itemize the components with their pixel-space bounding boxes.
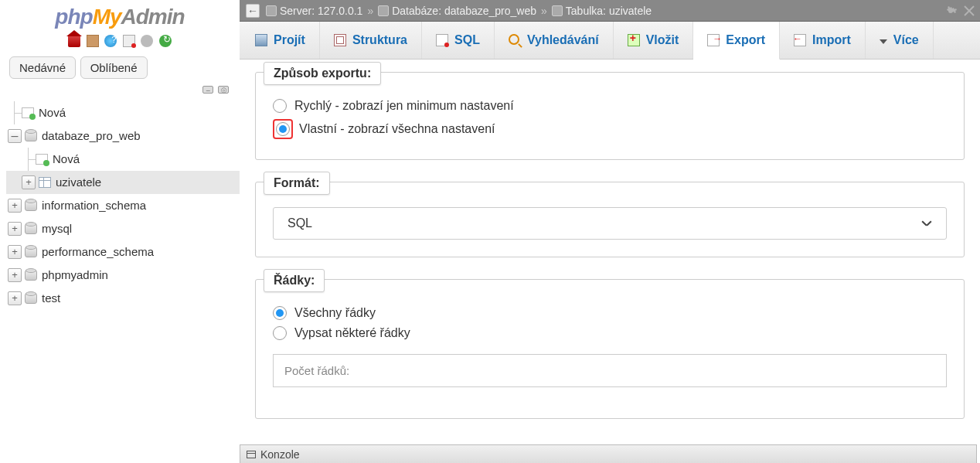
label: test: [42, 291, 60, 305]
label: databaze_pro_web: [42, 129, 141, 142]
bc-server[interactable]: Server: 127.0.0.1: [280, 5, 362, 17]
tree-db-mysql[interactable]: + mysql: [6, 217, 240, 240]
radio-custom[interactable]: [276, 122, 290, 136]
reload-icon[interactable]: [159, 35, 172, 47]
main: ← Server: 127.0.0.1 » Databáze: databaze…: [240, 0, 980, 463]
structure-icon: [334, 34, 346, 46]
tab-browse[interactable]: Projít: [241, 22, 320, 59]
row-count-label: Počet řádků:: [284, 364, 349, 377]
label: information_schema: [42, 199, 146, 212]
console-bar[interactable]: Konzole: [240, 444, 977, 463]
radio-custom-row[interactable]: Vlastní - zobrazí všechna nastavení: [273, 119, 947, 139]
logo-php: php: [55, 5, 92, 29]
content: Způsob exportu: Rychlý - zobrazí jen min…: [240, 60, 980, 463]
highlight-box: [273, 119, 293, 139]
sidebar-toolbar: [0, 31, 240, 53]
new-table-icon: [36, 154, 48, 165]
tab-import[interactable]: Import: [780, 22, 866, 59]
chevron-down-icon: [880, 39, 887, 44]
expand-icon[interactable]: +: [8, 291, 22, 305]
format-select[interactable]: SQL: [273, 207, 947, 240]
bc-database[interactable]: Databáze: databaze_pro_web: [392, 5, 536, 17]
format-fieldset: Formát: SQL: [255, 182, 965, 257]
server-icon: [266, 5, 277, 16]
radio-all-rows[interactable]: [273, 306, 287, 320]
home-icon[interactable]: [68, 35, 80, 47]
browse-icon: [255, 34, 267, 46]
radio-some-rows[interactable]: [273, 326, 287, 340]
bc-table[interactable]: Tabulka: uzivatele: [566, 5, 652, 17]
console-label: Konzole: [260, 448, 300, 461]
collapse-all-icon[interactable]: –: [202, 86, 213, 94]
radio-some-label: Vypsat některé řádky: [294, 326, 410, 340]
query-window-icon[interactable]: [123, 35, 135, 47]
recent-button[interactable]: Nedávné: [9, 56, 76, 79]
rows-legend: Řádky:: [264, 269, 325, 292]
link-icon[interactable]: ⦾: [218, 86, 229, 94]
logout-icon[interactable]: [87, 35, 99, 47]
format-legend: Formát:: [264, 172, 330, 195]
radio-quick-row[interactable]: Rychlý - zobrazí jen minimum nastavení: [273, 99, 947, 113]
database-icon: [25, 131, 37, 141]
table-icon: [552, 5, 563, 16]
label: Nová: [39, 106, 66, 119]
radio-all-rows-row[interactable]: Všechny řádky: [273, 306, 947, 320]
search-icon: [509, 34, 521, 46]
radio-all-label: Všechny řádky: [294, 306, 376, 320]
separator: »: [367, 5, 373, 17]
database-icon: [378, 5, 389, 16]
settings-icon[interactable]: [141, 35, 153, 47]
favorites-button[interactable]: Oblíbené: [80, 56, 148, 79]
tree-db-databaze-pro-web[interactable]: – databaze_pro_web: [6, 124, 240, 148]
export-icon: [707, 34, 720, 46]
radio-quick[interactable]: [273, 99, 287, 113]
chevron-down-icon: [921, 218, 932, 229]
expand-icon[interactable]: +: [8, 245, 22, 259]
import-icon: [794, 34, 806, 46]
tree-new-table[interactable]: Nová: [6, 148, 240, 171]
logo[interactable]: phpMyAdmin: [0, 0, 240, 31]
separator: »: [541, 5, 547, 17]
sidebar: phpMyAdmin Nedávné Oblíbené – ⦾ Nová –: [0, 0, 240, 463]
tree-db-test[interactable]: + test: [6, 287, 240, 310]
expand-icon[interactable]: +: [22, 175, 36, 189]
expand-icon[interactable]: +: [8, 268, 22, 282]
tab-structure[interactable]: Struktura: [320, 22, 422, 59]
help-icon[interactable]: [104, 35, 117, 47]
radio-custom-label: Vlastní - zobrazí všechna nastavení: [299, 122, 495, 136]
expand-icon[interactable]: +: [8, 199, 22, 213]
tab-search[interactable]: Vyhledávání: [495, 22, 614, 59]
tab-bar: Projít Struktura SQL Vyhledávání Vložit …: [240, 22, 980, 60]
logo-admin: Admin: [121, 5, 185, 29]
back-button[interactable]: ←: [246, 4, 260, 18]
tab-insert[interactable]: Vložit: [614, 22, 694, 59]
tab-export[interactable]: Export: [693, 22, 780, 60]
nav-tree: Nová – databaze_pro_web Nová + uzivatele…: [0, 98, 240, 310]
sql-icon: [436, 34, 448, 46]
radio-some-rows-row[interactable]: Vypsat některé řádky: [273, 326, 947, 340]
tree-table-uzivatele[interactable]: + uzivatele: [6, 171, 240, 194]
tree-db-performance-schema[interactable]: + performance_schema: [6, 240, 240, 264]
export-method-fieldset: Způsob exportu: Rychlý - zobrazí jen min…: [255, 72, 965, 160]
row-count-box: Počet řádků:: [273, 354, 947, 387]
label: phpmyadmin: [42, 268, 108, 281]
tree-db-phpmyadmin[interactable]: + phpmyadmin: [6, 264, 240, 287]
format-value: SQL: [288, 216, 312, 230]
collapse-icon[interactable]: –: [8, 129, 22, 143]
label: mysql: [42, 222, 72, 235]
database-icon: [25, 200, 37, 211]
tree-db-information-schema[interactable]: + information_schema: [6, 194, 240, 217]
tab-sql[interactable]: SQL: [422, 22, 495, 59]
tab-more[interactable]: Více: [866, 22, 934, 59]
label: uzivatele: [56, 175, 101, 189]
tree-new-db[interactable]: Nová: [6, 101, 240, 124]
breadcrumb: ← Server: 127.0.0.1 » Databáze: databaze…: [240, 0, 980, 22]
rows-fieldset: Řádky: Všechny řádky Vypsat některé řádk…: [255, 279, 965, 419]
page-settings-icon[interactable]: [944, 5, 957, 17]
radio-quick-label: Rychlý - zobrazí jen minimum nastavení: [294, 99, 514, 113]
expand-icon[interactable]: +: [8, 222, 22, 236]
database-icon: [25, 270, 37, 281]
label: Nová: [53, 152, 80, 165]
exit-icon[interactable]: [963, 5, 975, 17]
insert-icon: [628, 34, 640, 46]
